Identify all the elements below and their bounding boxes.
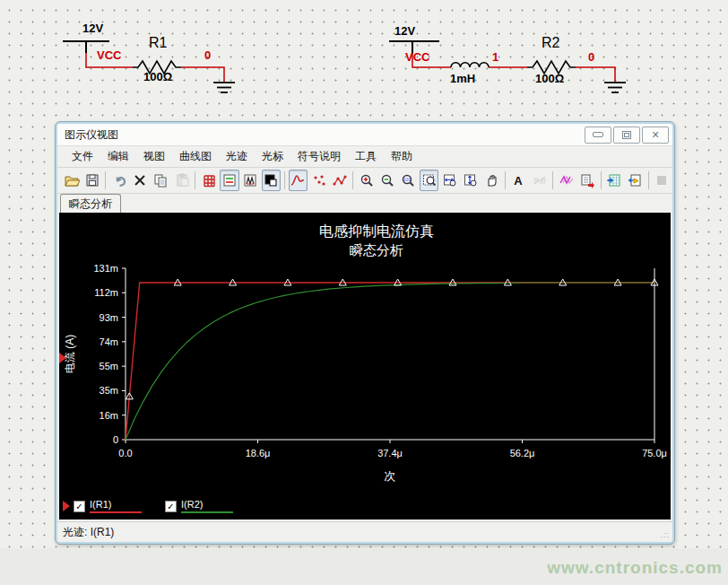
legend-label: I(R2) — [181, 499, 233, 512]
zoom-select-button[interactable] — [420, 170, 438, 191]
zoom-restore-button[interactable]: 100 — [399, 170, 418, 191]
chart-title: 电感抑制电流仿真 — [319, 223, 434, 239]
legend-entry-ir2: ✓I(R2) — [165, 499, 233, 512]
resistor2-refdes[interactable]: R2 — [542, 36, 559, 50]
pan-hand-button[interactable] — [482, 170, 501, 191]
resistor1-value[interactable]: 100Ω — [143, 71, 172, 83]
menu-graph[interactable]: 曲线图 — [172, 147, 219, 166]
source1-voltage-label[interactable]: 12V — [82, 22, 103, 34]
restore-button[interactable] — [613, 127, 640, 144]
export-report-button[interactable] — [626, 170, 645, 191]
chart-area[interactable]: 电感抑制电流仿真瞬态分析016m35m55m74m93m112m131m0.01… — [59, 213, 671, 520]
net-1-label[interactable]: 1 — [492, 51, 498, 63]
axes-properties-button[interactable] — [241, 170, 260, 191]
wire-red-right[interactable] — [412, 53, 615, 83]
open-file-button[interactable] — [62, 170, 81, 191]
export-data-button[interactable] — [577, 170, 596, 191]
undo-button[interactable] — [109, 170, 128, 191]
stop-button[interactable] — [653, 170, 672, 191]
copy-button[interactable] — [152, 170, 170, 191]
legend-text: I(R1) — [90, 499, 142, 510]
zoom-x-button[interactable] — [440, 170, 459, 191]
overlay-traces-button[interactable] — [557, 170, 576, 191]
zoom-restore-icon: 100 — [400, 172, 416, 188]
tab-transient-analysis[interactable]: 瞬态分析 — [60, 194, 121, 214]
trace-ir2 — [126, 283, 654, 440]
zoom-out-button[interactable] — [378, 170, 397, 191]
menu-edit[interactable]: 编辑 — [100, 147, 136, 166]
overlay-traces-icon — [559, 172, 575, 188]
text-annotation-button[interactable]: A — [509, 170, 528, 191]
trace-visibility-checkbox[interactable]: ✓ — [74, 501, 85, 512]
toolbar-separator — [195, 171, 195, 189]
y-tick-label: 74m — [100, 336, 118, 347]
zoom-in-button[interactable] — [357, 170, 376, 191]
menu-help[interactable]: 帮助 — [384, 147, 420, 166]
menu-legend[interactable]: 符号说明 — [290, 147, 348, 166]
save-icon — [84, 172, 100, 188]
chart-legend: ✓I(R1)✓I(R2) — [59, 494, 671, 518]
invert-colors-button[interactable] — [262, 170, 281, 191]
paste-icon — [174, 172, 190, 188]
line-plot-icon — [290, 172, 306, 188]
menu-cursor[interactable]: 光标 — [255, 147, 290, 166]
restore-icon — [622, 131, 631, 139]
close-icon: ✕ — [651, 130, 659, 140]
y-tick-label: 55m — [100, 361, 118, 371]
toolbar-separator — [505, 171, 506, 189]
legend-text: I(R2) — [181, 499, 233, 510]
save-button[interactable] — [82, 170, 101, 191]
toolbar-separator — [601, 171, 602, 189]
ground-symbol-1[interactable] — [213, 83, 235, 92]
menu-view[interactable]: 视图 — [136, 147, 172, 166]
window-titlebar[interactable]: 图示仪视图 ✕ — [57, 124, 672, 145]
x-axis-title: 次 — [385, 469, 396, 483]
statusbar: 光迹: I(R1) .:: — [57, 521, 672, 542]
x-tick-label: 37.4μ — [377, 448, 403, 458]
legend-color-line — [181, 511, 233, 513]
watermark: www.cntronics.com — [547, 558, 723, 578]
zoom-y-button[interactable] — [461, 170, 480, 191]
status-text: 光迹: I(R1) — [63, 525, 114, 540]
paste-button[interactable] — [172, 170, 191, 191]
invert-colors-icon — [263, 172, 279, 188]
y-tick-label: 16m — [100, 410, 118, 421]
inductor-value[interactable]: 1mH — [450, 73, 475, 84]
copy-icon — [152, 172, 169, 188]
scatter-line-button[interactable] — [330, 170, 349, 191]
grid-button[interactable] — [199, 170, 218, 191]
net-0-label-2[interactable]: 0 — [588, 51, 594, 63]
menu-file[interactable]: 文件 — [65, 147, 100, 166]
y-tick-label: 112m — [94, 287, 118, 298]
close-button[interactable]: ✕ — [642, 127, 669, 144]
menu-trace[interactable]: 光迹 — [219, 147, 255, 166]
resistor2-value[interactable]: 100Ω — [535, 73, 564, 84]
source2-voltage-label[interactable]: 12V — [394, 25, 415, 37]
stop-icon — [654, 172, 670, 188]
toolbar-separator — [284, 171, 285, 189]
scatter-plot-icon — [311, 172, 327, 188]
cursors-button[interactable]: (x,y) — [530, 170, 549, 191]
delete-button[interactable] — [131, 170, 150, 191]
menu-tools[interactable]: 工具 — [348, 147, 384, 166]
y-tick-label: 131m — [93, 263, 118, 274]
net-vcc-label-1[interactable]: VCC — [97, 49, 121, 61]
resistor1-refdes[interactable]: R1 — [149, 36, 167, 50]
minimize-button[interactable] — [585, 127, 611, 144]
trace-visibility-checkbox[interactable]: ✓ — [165, 501, 177, 512]
resize-grip[interactable]: .:: — [660, 530, 670, 539]
scatter-plot-button[interactable] — [309, 170, 328, 191]
line-plot-button[interactable] — [289, 170, 308, 191]
show-legend-button[interactable] — [220, 170, 238, 191]
inductor-symbol[interactable] — [451, 63, 489, 67]
scatter-line-icon — [332, 172, 348, 188]
toolbar: 100A(x,y) — [57, 168, 672, 194]
plot-frame — [126, 268, 654, 440]
axes-properties-icon — [242, 172, 258, 188]
ground-symbol-2[interactable] — [604, 83, 626, 92]
export-excel-button[interactable] — [604, 170, 623, 191]
show-legend-icon — [221, 172, 238, 188]
menubar: 文件编辑视图曲线图光迹光标符号说明工具帮助 — [57, 145, 672, 168]
net-vcc-label-2[interactable]: VCC — [405, 51, 429, 63]
net-0-label-1[interactable]: 0 — [204, 49, 211, 61]
